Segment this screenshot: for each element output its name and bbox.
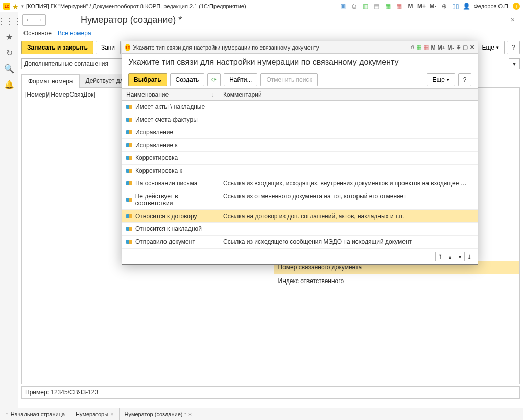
row-name: Корректировка (135, 154, 178, 161)
bottom-tabs: ⌂Начальная страница Нумераторы× Нумерато… (0, 408, 523, 420)
bell-icon[interactable]: 🔔 (4, 80, 14, 89)
m-icon[interactable]: M (407, 2, 415, 10)
row-comment (219, 165, 478, 177)
scroll-top-button[interactable]: ⤒ (435, 252, 445, 261)
scroll-down-button[interactable]: ▾ (455, 252, 465, 261)
help-button[interactable]: ? (507, 41, 520, 54)
col-name[interactable]: Наименование (126, 91, 169, 98)
calendar-icon[interactable]: ▦ (384, 2, 392, 10)
create-button[interactable]: Создать (170, 73, 205, 86)
table-row[interactable]: Исправление к (122, 139, 478, 152)
table-row[interactable]: Относится к договоруСсылка на договор из… (122, 210, 478, 223)
table-header: Наименование↓ Комментарий (122, 88, 478, 101)
modal-app-icon: 1c (125, 44, 130, 51)
modal-mplus-icon[interactable]: M+ (438, 44, 446, 51)
favorite-icon[interactable]: ★ (12, 3, 19, 10)
modal-help-button[interactable]: ? (458, 73, 471, 86)
save-close-button[interactable]: Записать и закрыть (21, 41, 93, 54)
row-name: Корректировка к (135, 167, 182, 174)
refresh-button[interactable]: ⟳ (207, 73, 221, 86)
row-comment: Ссылка на договор из доп. соглашений, ак… (219, 210, 478, 222)
save-button[interactable]: Запи (96, 41, 121, 54)
row-comment (219, 139, 478, 151)
table-row[interactable]: Исправление (122, 126, 478, 139)
table-body: Имеет акты \ накладныеИмеет счета-фактур… (122, 101, 478, 248)
row-name: Исправление (135, 129, 173, 136)
history-icon[interactable]: ↻ (6, 48, 13, 58)
back-button[interactable]: ← (23, 15, 34, 25)
print-icon[interactable]: ⎙ (350, 2, 359, 10)
tab-format[interactable]: Формат номера (21, 74, 80, 88)
date-icon[interactable]: ▦ (395, 2, 403, 10)
scroll-up-button[interactable]: ▴ (445, 252, 455, 261)
save-icon[interactable]: ▣ (339, 2, 347, 10)
dropdown-icon[interactable]: ▾ (21, 4, 24, 9)
scroll-bottom-button[interactable]: ⤓ (464, 252, 474, 261)
select-button[interactable]: Выбрать (128, 73, 167, 86)
search-icon[interactable]: 🔍 (4, 64, 14, 74)
page-icon[interactable]: ▤ (373, 2, 381, 10)
window-titlebar: 1c ★ ▾ [КОПИЯ] ГК "Меркурий" / Документо… (0, 0, 523, 12)
table-row[interactable]: На основании письмаСсылка из входящих, и… (122, 177, 478, 190)
table-row[interactable]: Относится к накладной (122, 223, 478, 236)
sort-icon[interactable]: ↓ (211, 91, 215, 98)
m-minus-icon[interactable]: M- (429, 2, 437, 10)
modal-m-icon[interactable]: M (431, 44, 435, 51)
row-comment: Ссылка из входящих, исходящих, внутренни… (219, 177, 478, 190)
modal-maximize-icon[interactable]: ▢ (463, 44, 468, 51)
row-name: Не действует в соответствии (135, 193, 215, 207)
row-name: Относится к договору (135, 213, 197, 220)
row-name: На основании письма (135, 180, 197, 187)
modal-print-icon[interactable]: ⎙ (411, 44, 414, 51)
modal-cal2-icon[interactable]: ▦ (423, 44, 429, 51)
numerators-tab[interactable]: Нумераторы× (70, 408, 120, 420)
right-row-index[interactable]: Индекс ответственного (274, 274, 520, 288)
table-row[interactable]: Не действует в соответствииСсылка из отм… (122, 190, 478, 210)
more-button[interactable]: Еще (477, 41, 505, 54)
table-row[interactable]: Корректировка (122, 152, 478, 165)
create-tab[interactable]: Нумератор (создание) *× (120, 408, 198, 420)
link-type-dialog: 1c Укажите тип связи для настройки нумер… (122, 41, 478, 265)
home-tab[interactable]: ⌂Начальная страница (0, 408, 70, 420)
row-comment (219, 126, 478, 138)
sidebar: ⋮⋮⋮ ★ ↻ 🔍 🔔 (0, 12, 18, 408)
modal-close-icon[interactable]: ✕ (470, 44, 474, 51)
create-tab-label: Нумератор (создание) * (125, 411, 186, 417)
modal-cal1-icon[interactable]: ▦ (416, 44, 421, 51)
format-value: [Номер]/[НомерСвязДок] (25, 91, 96, 98)
nav-arrows: ← → (22, 14, 46, 26)
row-name: Имеет счета-фактуры (135, 116, 198, 123)
modal-mminus-icon[interactable]: M- (447, 44, 454, 51)
table-row[interactable]: Отправило документСсылка из исходящего с… (122, 236, 478, 248)
info-icon[interactable]: i (513, 3, 520, 10)
row-comment: Ссылка из отмененного документа на тот, … (219, 190, 478, 209)
zoom-icon[interactable]: ⊕ (440, 2, 448, 10)
table-row[interactable]: Корректировка к (122, 165, 478, 177)
modal-more-button[interactable]: Еще (427, 73, 455, 86)
close-tab-icon[interactable]: × (188, 411, 192, 417)
close-tab-icon[interactable]: × (110, 411, 113, 417)
layout-icon[interactable]: ▯▯ (451, 2, 460, 10)
modal-zoom-icon[interactable]: ⊕ (456, 44, 461, 51)
row-comment (219, 223, 478, 235)
home-icon: ⌂ (5, 411, 9, 417)
forward-button[interactable]: → (34, 15, 45, 25)
close-page-button[interactable]: × (511, 16, 515, 24)
subtab-main[interactable]: Основное (23, 30, 52, 37)
table-row[interactable]: Имеет счета-фактуры (122, 113, 478, 126)
table-row[interactable]: Имеет акты \ накладные (122, 101, 478, 113)
document-icon[interactable]: ▥ (362, 2, 370, 10)
find-button[interactable]: Найти... (224, 73, 257, 86)
subtab-numbers[interactable]: Все номера (58, 30, 91, 37)
row-name: Относится к накладной (135, 225, 202, 232)
star-icon[interactable]: ★ (6, 32, 13, 42)
col-comment[interactable]: Комментарий (219, 89, 478, 100)
m-plus-icon[interactable]: M+ (418, 2, 426, 10)
example-bar: Пример: 12345/СВЯЗ-123 (21, 386, 520, 399)
link-icon (126, 198, 132, 202)
link-icon (126, 214, 132, 218)
field-dropdown-button[interactable]: ▾ (509, 58, 520, 69)
cancel-find-button[interactable]: Отменить поиск (260, 73, 317, 86)
row-comment: Ссылка из исходящего сообщения МЭДО на и… (219, 236, 478, 248)
user-name[interactable]: Федоров О.П. (474, 3, 510, 9)
